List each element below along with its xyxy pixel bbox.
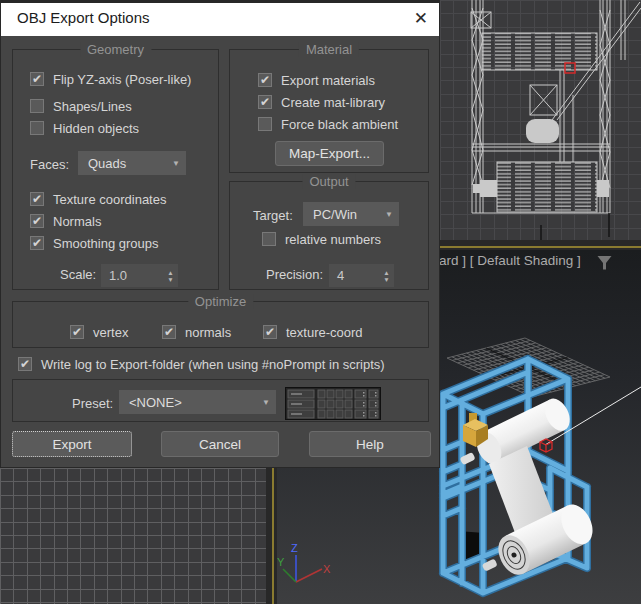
help-button[interactable]: Help bbox=[309, 431, 431, 457]
chevron-down-icon: ▼ bbox=[166, 159, 186, 168]
checkbox-box[interactable] bbox=[18, 357, 32, 371]
checkbox-smoothing-groups[interactable]: Smoothing groups bbox=[30, 235, 159, 251]
output-group-title: Output bbox=[302, 174, 355, 189]
checkbox-box[interactable] bbox=[263, 325, 277, 339]
checkbox-box[interactable] bbox=[30, 121, 44, 135]
checkbox-box[interactable] bbox=[162, 325, 176, 339]
viewport-splitter-vertical[interactable] bbox=[266, 468, 277, 604]
checkbox-create-mat-library[interactable]: Create mat-library bbox=[258, 94, 385, 110]
checkbox-shapes-lines[interactable]: Shapes/Lines bbox=[30, 98, 132, 114]
checkbox-normals[interactable]: Normals bbox=[30, 213, 101, 229]
close-icon[interactable]: ✕ bbox=[414, 8, 428, 30]
preset-dropdown[interactable]: <NONE> ▼ bbox=[119, 390, 276, 414]
wireframe-machine-drawing bbox=[440, 0, 641, 240]
scale-label: Scale: bbox=[60, 267, 96, 282]
selection-marker-red bbox=[540, 439, 552, 452]
precision-field[interactable]: 4 ▲▼ bbox=[329, 264, 394, 287]
viewport-front-wireframe[interactable] bbox=[440, 0, 641, 240]
spinner-arrows-icon[interactable]: ▲▼ bbox=[163, 269, 178, 283]
checkbox-box[interactable] bbox=[30, 99, 44, 113]
checkbox-box[interactable] bbox=[262, 232, 276, 246]
scale-field[interactable]: 1.0 ▲▼ bbox=[101, 264, 178, 287]
checkbox-hidden-objects[interactable]: Hidden objects bbox=[30, 120, 139, 136]
preset-label: Preset: bbox=[72, 396, 113, 411]
checkbox-box[interactable] bbox=[30, 192, 44, 206]
spinner-arrows-icon[interactable]: ▲▼ bbox=[379, 269, 394, 283]
chevron-down-icon: ▼ bbox=[256, 398, 276, 407]
checkbox-relative-numbers[interactable]: relative numbers bbox=[262, 231, 381, 247]
checkbox-flip-yz-axis[interactable]: Flip YZ-axis (Poser-like) bbox=[30, 71, 191, 87]
cancel-button[interactable]: Cancel bbox=[161, 431, 279, 457]
checkbox-texture-coordinates[interactable]: Texture coordinates bbox=[30, 191, 166, 207]
map-export-button[interactable]: Map-Export... bbox=[275, 141, 384, 166]
viewport-bottom-left-grid[interactable] bbox=[0, 468, 266, 604]
export-button[interactable]: Export bbox=[12, 431, 132, 457]
obj-export-options-dialog: OBJ Export Options ✕ Geometry Flip YZ-ax… bbox=[0, 0, 440, 468]
axis-gizmo: Z X Y bbox=[277, 542, 331, 582]
checkbox-write-log[interactable]: Write log to Export-folder (when using #… bbox=[18, 356, 385, 372]
axis-y-label: Y bbox=[277, 556, 285, 568]
faces-label: Faces: bbox=[30, 157, 69, 172]
target-label: Target: bbox=[253, 208, 293, 223]
axis-x-label: X bbox=[323, 563, 331, 575]
active-viewport-border bbox=[440, 246, 641, 248]
checkbox-optimize-texture-coord[interactable]: texture-coord bbox=[263, 324, 363, 340]
application-window: ard ] [ Default Shading ] bbox=[0, 0, 641, 604]
checkbox-box[interactable] bbox=[258, 95, 272, 109]
axis-z-label: Z bbox=[291, 542, 298, 554]
checkbox-optimize-vertex[interactable]: vertex bbox=[70, 324, 128, 340]
checkbox-box[interactable] bbox=[258, 73, 272, 87]
checkbox-optimize-normals[interactable]: normals bbox=[162, 324, 231, 340]
checkbox-force-black-ambient[interactable]: Force black ambient bbox=[258, 116, 398, 132]
geometry-group-title: Geometry bbox=[80, 42, 151, 57]
checkbox-export-materials[interactable]: Export materials bbox=[258, 72, 375, 88]
dialog-titlebar[interactable]: OBJ Export Options ✕ bbox=[1, 0, 439, 36]
target-dropdown[interactable]: PC/Win ▼ bbox=[303, 202, 399, 226]
checkbox-box[interactable] bbox=[30, 214, 44, 228]
preset-toolbar-icon[interactable] bbox=[285, 387, 381, 424]
checkbox-box[interactable] bbox=[258, 117, 272, 131]
viewport-splitter-horizontal[interactable] bbox=[440, 240, 641, 250]
checkbox-box[interactable] bbox=[30, 72, 44, 86]
precision-label: Precision: bbox=[266, 267, 323, 282]
checkbox-box[interactable] bbox=[70, 325, 84, 339]
material-group-title: Material bbox=[299, 42, 359, 57]
dialog-title: OBJ Export Options bbox=[17, 9, 150, 26]
checkbox-box[interactable] bbox=[30, 236, 44, 250]
active-viewport-border bbox=[272, 468, 274, 604]
optimize-group-title: Optimize bbox=[188, 294, 253, 309]
faces-dropdown[interactable]: Quads ▼ bbox=[78, 151, 186, 175]
chevron-down-icon: ▼ bbox=[379, 210, 399, 219]
